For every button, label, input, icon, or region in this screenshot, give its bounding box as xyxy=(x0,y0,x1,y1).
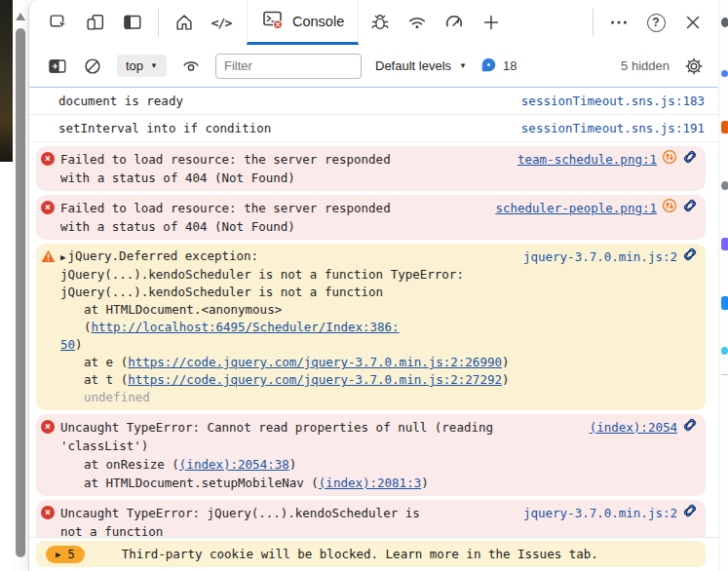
error-icon: × xyxy=(41,152,55,166)
error-text: Uncaught TypeError: jQuery(...).kendoSch… xyxy=(60,504,518,522)
console-error-message: × Uncaught TypeError: jQuery(...).kendoS… xyxy=(36,500,706,537)
copilot-explain-icon[interactable] xyxy=(682,503,698,523)
console-footer: ▶ 5 Third-party cookie will be blocked. … xyxy=(29,537,718,571)
network-request-icon[interactable] xyxy=(662,198,677,218)
debug-icon[interactable] xyxy=(368,11,392,34)
warning-icon xyxy=(41,249,56,406)
console-error-message: × Uncaught TypeError: Cannot read proper… xyxy=(36,414,706,496)
hidden-messages-count: 5 hidden xyxy=(621,58,670,73)
help-icon[interactable]: ? xyxy=(644,11,668,34)
warning-text: jQuery(...).kendoScheduler is not a func… xyxy=(60,284,518,301)
home-tab-icon[interactable] xyxy=(172,11,196,34)
stack-link[interactable]: (index):2081:3 xyxy=(319,476,421,490)
page-scrollbar[interactable] xyxy=(13,0,28,571)
javascript-context-selector[interactable]: top ▼ xyxy=(117,55,167,77)
edge-sidebar-icon-dot[interactable] xyxy=(721,70,728,77)
clear-console-icon[interactable] xyxy=(82,56,103,77)
source-link[interactable]: sessionTimeout.sns.js:183 xyxy=(521,94,705,108)
stack-link[interactable]: 50 xyxy=(60,337,75,352)
add-tools-icon[interactable] xyxy=(479,11,503,34)
error-text: Failed to load resource: the server resp… xyxy=(60,150,513,169)
copilot-explain-icon[interactable] xyxy=(682,247,698,267)
edge-sidebar-icon-blue[interactable] xyxy=(721,296,728,310)
filter-input[interactable] xyxy=(215,54,362,79)
log-levels-dropdown[interactable]: Default levels ▼ xyxy=(375,58,467,73)
issues-bubble-icon xyxy=(480,57,497,76)
close-devtools-icon[interactable] xyxy=(681,11,705,34)
error-icon: × xyxy=(41,506,55,519)
expand-arrow-icon: ▶ xyxy=(56,550,60,559)
error-icon: × xyxy=(41,420,55,434)
edge-sidebar-icon-gray[interactable] xyxy=(721,181,728,190)
layout-panel-icon[interactable] xyxy=(121,11,144,34)
stack-frame: at e (https://code.jquery.com/jquery-3.7… xyxy=(60,354,518,371)
performance-icon[interactable] xyxy=(442,11,466,34)
console-tab-icon xyxy=(261,8,285,34)
source-link[interactable]: sessionTimeout.sns.js:191 xyxy=(521,121,705,135)
chevron-down-icon: ▼ xyxy=(459,61,467,70)
devtools-panel: </> Console xyxy=(28,0,718,571)
source-link[interactable]: jquery-3.7.0.min.js:2 xyxy=(523,504,677,522)
warning-text: jQuery(...).kendoScheduler is not a func… xyxy=(60,266,518,284)
console-sidebar-toggle-icon[interactable] xyxy=(47,56,68,77)
log-text: document is ready xyxy=(58,94,183,108)
network-request-icon[interactable] xyxy=(662,149,677,170)
cookie-issue-count: 5 xyxy=(67,548,74,561)
edge-sidebar-strip xyxy=(718,0,728,571)
edge-sidebar-icon-orange[interactable] xyxy=(721,121,728,133)
warning-title: jQuery.Deferred exception: xyxy=(67,248,258,263)
scrollbar-up-arrow-icon[interactable] xyxy=(16,13,25,20)
cookie-issue-badge[interactable]: ▶ 5 xyxy=(46,546,85,563)
copilot-explain-icon[interactable] xyxy=(682,198,698,218)
inspect-icon[interactable] xyxy=(47,11,70,34)
source-link[interactable]: (index):2054 xyxy=(590,418,677,437)
error-text: not a function xyxy=(60,522,518,537)
cookie-warning-bar: ▶ 5 Third-party cookie will be blocked. … xyxy=(36,541,706,567)
more-options-icon[interactable] xyxy=(607,11,631,34)
issues-counter[interactable]: 18 xyxy=(480,57,517,76)
cookie-warning-text: Third-party cookie will be blocked. Lear… xyxy=(122,547,598,561)
error-text: Uncaught TypeError: Cannot read properti… xyxy=(60,418,585,437)
context-value: top xyxy=(126,58,143,73)
edge-sidebar-divider xyxy=(721,374,728,375)
console-log-row: setInterval into if condition sessionTim… xyxy=(29,115,718,142)
stack-link[interactable]: (index):2054:38 xyxy=(179,457,289,472)
source-link[interactable]: jquery-3.7.0.min.js:2 xyxy=(523,248,677,266)
source-code-tab-icon[interactable]: </> xyxy=(210,11,233,34)
edge-sidebar-icon-profile[interactable] xyxy=(721,18,728,27)
undefined-result: undefined xyxy=(84,390,150,404)
stack-link[interactable]: https://code.jquery.com/jquery-3.7.0.min… xyxy=(128,355,502,369)
copilot-explain-icon[interactable] xyxy=(682,149,698,170)
devtools-top-toolbar: </> Console xyxy=(29,0,718,45)
console-error-message: × Failed to load resource: the server re… xyxy=(36,146,706,191)
toolbar-divider xyxy=(158,9,159,36)
live-expression-eye-icon[interactable] xyxy=(180,56,202,77)
stack-frame: at HTMLDocument.setupMobileNav ((index):… xyxy=(60,474,585,492)
stack-frame: at HTMLDocument.<anonymous> (http://loca… xyxy=(60,301,518,336)
error-text: Failed to load resource: the server resp… xyxy=(60,199,490,217)
toolbar-divider xyxy=(593,9,594,36)
source-link[interactable]: scheduler-people.png:1 xyxy=(495,199,657,217)
console-settings-gear-icon[interactable] xyxy=(683,56,705,77)
expand-arrow-icon[interactable]: ▶ xyxy=(60,252,65,262)
console-log-row: document is ready sessionTimeout.sns.js:… xyxy=(29,88,718,115)
stack-link[interactable]: https://code.jquery.com/jquery-3.7.0.min… xyxy=(128,372,502,387)
error-icon: × xyxy=(41,201,55,214)
console-error-message: × Failed to load resource: the server re… xyxy=(36,195,706,240)
error-text: with a status of 404 (Not Found) xyxy=(60,217,490,236)
page-background-image xyxy=(0,0,13,162)
device-emulation-icon[interactable] xyxy=(84,11,107,34)
console-tab-label: Console xyxy=(292,14,344,29)
scrollbar-thumb[interactable] xyxy=(16,28,25,557)
console-toolbar: top ▼ Default levels ▼ 18 5 hidden xyxy=(29,45,718,88)
edge-sidebar-icon-purple[interactable] xyxy=(721,238,728,250)
error-text: 'classList') xyxy=(60,437,585,455)
stack-frame: at onResize ((index):2054:38) xyxy=(60,455,585,474)
edge-sidebar-icon-cyan[interactable] xyxy=(721,347,728,355)
network-icon[interactable] xyxy=(405,11,429,34)
error-text: with a status of 404 (Not Found) xyxy=(60,169,513,187)
copilot-explain-icon[interactable] xyxy=(682,417,698,438)
source-link[interactable]: team-schedule.png:1 xyxy=(517,150,657,169)
tab-console[interactable]: Console xyxy=(247,0,359,45)
stack-link[interactable]: http://localhost:6495/Scheduler/Index:38… xyxy=(92,320,400,334)
